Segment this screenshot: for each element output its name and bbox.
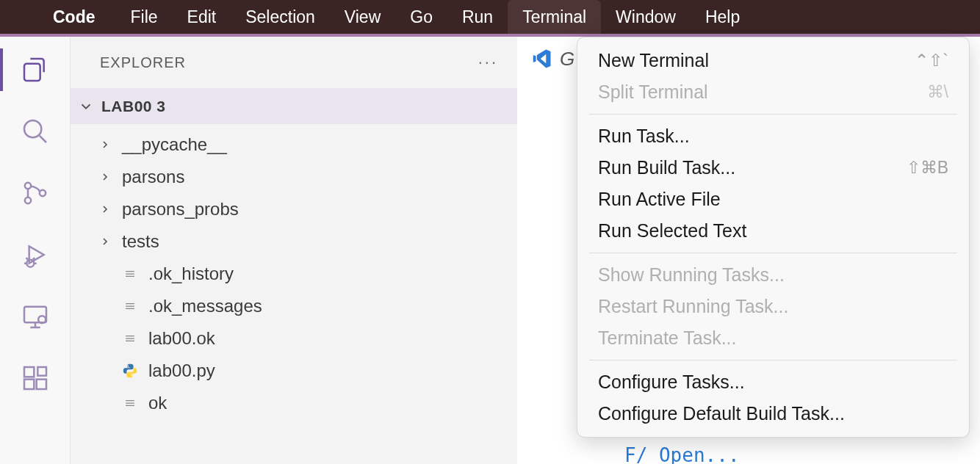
- svg-rect-7: [24, 367, 34, 377]
- tree-item-label: ok: [148, 393, 167, 413]
- menu-terminal[interactable]: Terminal: [508, 0, 601, 34]
- dropdown-item[interactable]: Configure Tasks...: [577, 366, 969, 398]
- menu-go[interactable]: Go: [395, 0, 447, 34]
- file-row[interactable]: lab00.ok: [71, 322, 517, 355]
- sidebar-more-icon[interactable]: ···: [478, 53, 498, 72]
- keyboard-shortcut: ⌘\: [927, 82, 948, 102]
- tab-label[interactable]: G: [560, 48, 574, 70]
- dropdown-item-label: Run Selected Text: [598, 220, 746, 242]
- menu-view[interactable]: View: [330, 0, 395, 34]
- svg-point-1: [24, 183, 30, 189]
- folder-row[interactable]: __pycache__: [71, 128, 517, 161]
- chevron-right-icon: [98, 171, 112, 183]
- file-tree: __pycache__parsonsparsons_probstests.ok_…: [71, 124, 517, 419]
- svg-rect-9: [36, 380, 46, 389]
- tree-item-label: .ok_messages: [148, 296, 262, 316]
- folder-row[interactable]: tests: [71, 225, 517, 258]
- terminal-dropdown-menu: New Terminal⌃⇧`Split Terminal⌘\Run Task.…: [577, 37, 970, 438]
- file-row[interactable]: ok: [71, 387, 517, 419]
- tree-item-label: parsons: [122, 167, 184, 187]
- svg-point-12: [131, 375, 133, 377]
- sidebar: EXPLORER ··· LAB00 3 __pycache__parsonsp…: [71, 37, 517, 464]
- dropdown-item-label: Run Build Task...: [598, 157, 735, 178]
- dropdown-item: Split Terminal⌘\: [577, 76, 969, 108]
- dropdown-item-label: New Terminal: [598, 50, 709, 71]
- dropdown-item: Show Running Tasks...: [577, 259, 969, 291]
- menu-help[interactable]: Help: [691, 0, 754, 34]
- generic-file-icon: [122, 330, 138, 347]
- tree-item-label: .ok_history: [148, 264, 234, 284]
- menu-file[interactable]: File: [116, 0, 173, 34]
- chevron-right-icon: [98, 203, 112, 215]
- run-debug-icon[interactable]: [18, 238, 52, 272]
- macos-menubar: Code File Edit Selection View Go Run Ter…: [0, 0, 980, 34]
- explorer-icon[interactable]: [18, 53, 52, 87]
- source-control-icon[interactable]: [18, 176, 52, 210]
- tree-item-label: lab00.py: [148, 360, 215, 381]
- sidebar-header: EXPLORER ···: [71, 37, 517, 88]
- vscode-logo-icon: [530, 48, 552, 70]
- dropdown-item-label: Split Terminal: [598, 81, 708, 103]
- tree-item-label: lab00.ok: [148, 328, 215, 349]
- menu-run[interactable]: Run: [447, 0, 508, 34]
- generic-file-icon: [122, 298, 138, 314]
- svg-point-0: [24, 120, 41, 137]
- dropdown-item-label: Configure Default Build Task...: [598, 403, 845, 424]
- file-row[interactable]: lab00.py: [71, 355, 517, 387]
- svg-point-11: [127, 366, 129, 367]
- dropdown-separator: [589, 360, 957, 360]
- keyboard-shortcut: ⇧⌘B: [907, 158, 948, 178]
- dropdown-item-label: Terminate Task...: [598, 327, 737, 349]
- menu-edit[interactable]: Edit: [173, 0, 231, 34]
- folder-row[interactable]: parsons: [71, 161, 517, 193]
- svg-point-2: [24, 197, 30, 203]
- activity-bar: [0, 37, 71, 464]
- svg-rect-10: [37, 367, 46, 376]
- generic-file-icon: [122, 266, 138, 282]
- dropdown-item[interactable]: Run Build Task...⇧⌘B: [577, 152, 969, 184]
- dropdown-item[interactable]: Run Selected Text: [577, 215, 969, 247]
- menu-selection[interactable]: Selection: [231, 0, 330, 34]
- dropdown-item: Restart Running Task...: [577, 291, 969, 322]
- search-icon[interactable]: [18, 115, 52, 148]
- dropdown-item[interactable]: Run Active File: [577, 184, 969, 215]
- dropdown-item[interactable]: Run Task...: [577, 120, 969, 152]
- dropdown-separator: [589, 253, 957, 253]
- workspace-name: LAB00 3: [101, 98, 166, 115]
- dropdown-separator: [589, 114, 957, 115]
- dropdown-item: Terminate Task...: [577, 322, 969, 354]
- remote-explorer-icon[interactable]: [18, 300, 52, 333]
- dropdown-item-label: Restart Running Task...: [598, 296, 788, 317]
- dropdown-item[interactable]: New Terminal⌃⇧`: [577, 45, 969, 76]
- behind-menu-text: F/ Open...: [624, 444, 740, 464]
- tree-item-label: __pycache__: [122, 134, 227, 155]
- extensions-icon[interactable]: [18, 361, 52, 395]
- file-row[interactable]: .ok_messages: [71, 290, 517, 322]
- app-name-menu[interactable]: Code: [53, 0, 116, 34]
- sidebar-title: EXPLORER: [100, 54, 186, 71]
- dropdown-item-label: Show Running Tasks...: [598, 264, 785, 286]
- keyboard-shortcut: ⌃⇧`: [915, 51, 948, 70]
- dropdown-item-label: Run Task...: [598, 126, 690, 147]
- dropdown-item[interactable]: Configure Default Build Task...: [577, 398, 969, 429]
- file-row[interactable]: .ok_history: [71, 258, 517, 290]
- svg-point-3: [39, 190, 45, 196]
- dropdown-item-label: Run Active File: [598, 189, 721, 210]
- chevron-right-icon: [98, 139, 112, 151]
- python-file-icon: [122, 363, 138, 379]
- svg-rect-8: [24, 380, 34, 389]
- tree-item-label: parsons_probs: [122, 199, 239, 220]
- tree-item-label: tests: [122, 231, 159, 252]
- generic-file-icon: [122, 395, 138, 411]
- workspace-header[interactable]: LAB00 3: [71, 88, 517, 124]
- menu-window[interactable]: Window: [601, 0, 691, 34]
- dropdown-item-label: Configure Tasks...: [598, 371, 745, 393]
- folder-row[interactable]: parsons_probs: [71, 193, 517, 225]
- chevron-right-icon: [98, 236, 112, 247]
- svg-rect-5: [24, 307, 46, 323]
